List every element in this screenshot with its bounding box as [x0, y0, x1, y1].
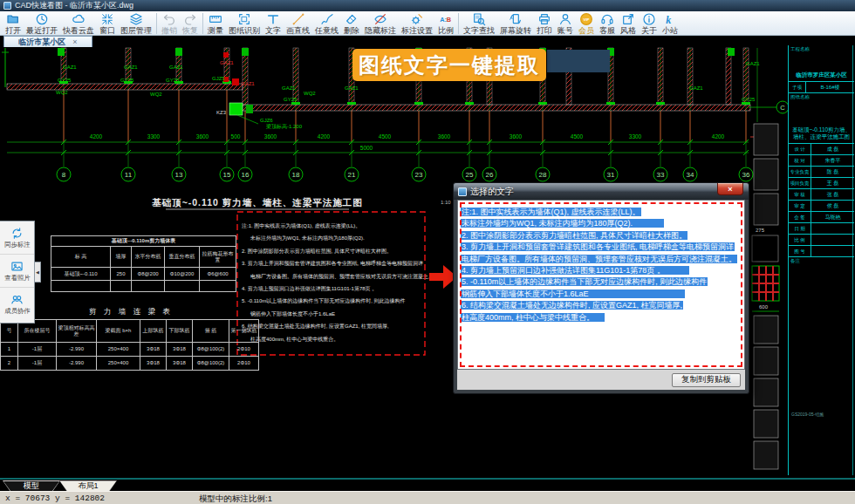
draw-line-icon [291, 12, 305, 26]
selected-text: 注:1. 图中实线表示为墙体(Q1), 虚线表示连梁(LL)。 [461, 208, 641, 216]
cad-text: 21 [348, 171, 356, 179]
dialog-text-line[interactable]: 3. 剪力墙上开洞和预留套管详建筑图和各专业图纸, 电梯呼梯盒等电梯预留洞详 [461, 242, 742, 253]
drawing-title-block: 工程名称临沂市罗庄区某小区子项B-16#楼图纸名称基础顶~-0.110剪力墙、墙… [788, 45, 854, 475]
toolbar-button-printer[interactable]: 打印 [534, 12, 555, 35]
sidebar-item-sync[interactable]: 同步标注 [0, 221, 34, 255]
dialog-text-line[interactable]: 4. 剪力墙上预留洞口边补强做法详图集11G101-1第78页 。 [461, 265, 742, 276]
title-block-value: 朱春平 [811, 155, 854, 166]
toolbar-button-window-arrange[interactable]: 窗口 [97, 12, 118, 35]
toolbar-button-hide-annotation[interactable]: 隐藏标注 [362, 12, 399, 35]
dialog-text-line[interactable]: 2. 图中涂阴影部分表示剪力墙暗柱范围, 具体尺寸详暗柱大样图。 [461, 230, 742, 242]
title-block-value: 临沂市罗庄区某小区 [796, 72, 847, 78]
table-cell: -2.990 [57, 357, 97, 371]
toolbar-button-scale-ratio[interactable]: A:B比例 [435, 12, 456, 35]
toolbar-button-account[interactable]: 账号 [555, 12, 576, 35]
dialog-text-line[interactable]: 电梯厂方设备图。所有墙体的预留洞、预埋套管应核对无误后方可浇注混凝土。 [461, 254, 742, 265]
toolbar-button-annotation-settings[interactable]: 标注设置 [399, 12, 435, 35]
copy-to-clipboard-button[interactable]: 复制到剪贴板 [672, 373, 741, 387]
toolbar-button-label: 小站 [662, 26, 678, 35]
selected-text: 5. -0.110m以上墙体的边缘构件当下部无对应边缘构件时, 则此边缘构件 [461, 277, 708, 286]
title-block-meta-row: 日 期 [789, 223, 854, 235]
cad-text: GAZ1 [169, 65, 183, 70]
toolbar-button-about-info[interactable]: 关于 [639, 12, 660, 35]
toolbar-button-recent-clock[interactable]: 最近打开 [24, 12, 60, 35]
dialog-text-line[interactable]: 6. 结构梁交混凝土墙处无边缘构件时, 应设置GAZ1, 柱宽同墙厚, [461, 300, 742, 311]
toolbar-button-text-search[interactable]: 文字查找 [461, 12, 497, 35]
sidebar-item-label: 成员协作 [4, 306, 30, 315]
table-cell: 250×400 [97, 357, 140, 371]
text-search-icon [472, 12, 486, 26]
toolbar-button-style-switch[interactable]: 风格 [618, 12, 639, 35]
selected-text: 钢筋伸入下部墙体长度不小于1.6LaE [461, 289, 685, 298]
cad-text: 2. 图中涂阴影部分表示剪力墙暗柱范围, 具体尺寸详暗柱大样图。 [242, 248, 392, 255]
cad-text: 25 [466, 171, 474, 179]
svg-text:A:: A: [440, 16, 447, 24]
toolbar-button-free-line[interactable]: 任意线 [312, 12, 341, 35]
dialog-text-area[interactable]: 注:1. 图中实线表示为墙体(Q1), 虚线表示连梁(LL)。未标注外墙均为WQ… [457, 200, 745, 370]
cad-text: GJZ6 [260, 118, 273, 123]
toolbar-button-screen-rotate[interactable]: 屏幕旋转 [497, 12, 534, 35]
toolbar-button-layers[interactable]: 图层管理 [118, 12, 154, 35]
document-tab[interactable]: 临沂市某小区 × [3, 36, 92, 47]
cad-text: GAZ1 [241, 81, 255, 86]
cad-text: 3600 [438, 133, 451, 140]
dialog-text-line[interactable]: 5. -0.110m以上墙体的边缘构件当下部无对应边缘构件时, 则此边缘构件 [461, 276, 742, 288]
dialog-text-line[interactable]: 注:1. 图中实线表示为墙体(Q1), 虚线表示连梁(LL)。 [461, 207, 742, 218]
toolbar-button-drawing-recognize[interactable]: 图纸识别 [226, 12, 263, 35]
table-cell: Φ8@100(2) [193, 343, 229, 357]
sync-icon [10, 227, 24, 240]
toolbar-button-vip-badge[interactable]: VIP会员 [576, 12, 597, 35]
archive-number: GS2019-05-结施 [791, 412, 824, 417]
window-arrange-icon [100, 12, 114, 26]
cad-text: 6. 结构梁交混凝土墙处无边缘构件时, 应设置GAZ1, 柱宽同墙厚, [242, 323, 389, 330]
toolbar-button-customer-service[interactable]: 客服 [597, 12, 618, 35]
title-bar: CAD快速看图 - 临沂市某小区.dwg [0, 0, 855, 11]
dialog-text-line[interactable]: 柱高度400mm, 柱中心与梁中线重合。 [461, 312, 742, 324]
sidebar-item-collab[interactable]: 成员协作 [0, 288, 34, 321]
dialog-text-line[interactable]: 未标注外墙均为WQ1, 未标注内墙均为180厚(Q2). [461, 218, 742, 229]
table-cell: 3Φ18 [140, 357, 167, 371]
title-block-value [811, 223, 854, 234]
dialog-text-line[interactable]: 钢筋伸入下部墙体长度不小于1.6LaE [461, 289, 742, 300]
dialog-title-bar[interactable]: 选择的文字 [454, 183, 749, 200]
title-block-value: 墙柱、连梁平法施工图 [793, 133, 850, 140]
vip-badge-icon: VIP [579, 12, 593, 26]
title-block-label: 校 对 [789, 155, 811, 166]
title-block-value: 侯 磊 [811, 201, 854, 211]
toolbar-button-open-folder[interactable]: 打开 [3, 12, 24, 35]
selected-text-dialog: 选择的文字 × 注:1. 图中实线表示为墙体(Q1), 虚线表示连梁(LL)。未… [453, 182, 749, 394]
sidebar-item-photo[interactable]: 查看照片 [0, 255, 34, 288]
toolbar-button-eraser[interactable]: 删除 [341, 12, 362, 35]
table-cell: 拉筋梅花形布置 [200, 247, 236, 268]
toolbar-button-cloud-drive[interactable]: 快看云盘 [60, 12, 97, 35]
title-block-meta-row: 比 例 [789, 235, 854, 246]
cad-text: GAZ1 [63, 65, 77, 70]
toolbar-button-k-site[interactable]: k小站 [660, 12, 681, 35]
table-cell: 基础顶~-0.110 [51, 268, 111, 281]
tab-close-icon[interactable]: × [72, 38, 77, 46]
table-cell: 墙厚 [111, 247, 132, 268]
cad-text: 26 [486, 171, 494, 179]
toolbar-button-undo: 撤销 [159, 12, 180, 35]
dialog-app-icon [458, 187, 467, 196]
toolbar-button-measure[interactable]: 测量 [205, 12, 226, 35]
cad-text: 4500 [379, 133, 392, 140]
customer-service-icon [600, 12, 614, 26]
sidebar-collapse-handle[interactable]: ◀ [35, 262, 41, 283]
toolbar: 打开最近打开快看云盘窗口图层管理撤销恢复测量图纸识别文字画直线任意线删除隐藏标注… [0, 11, 855, 36]
dialog-close-button[interactable]: × [717, 183, 743, 195]
wall-schedule-table: 基础顶~-0.110m剪力墙体表标 高墙厚水平分布筋垂直分布筋拉筋梅花形布置基础… [51, 235, 236, 292]
table-cell: 基础顶~-0.110m剪力墙体表 [51, 236, 236, 247]
toolbar-button-text-tool[interactable]: 文字 [263, 12, 284, 35]
window-title: CAD快速看图 - 临沂市某小区.dwg [15, 0, 133, 11]
toolbar-separator [458, 13, 459, 34]
toolbar-button-draw-line[interactable]: 画直线 [284, 12, 312, 35]
title-block-label: 日 期 [789, 223, 811, 234]
drawing-recognize-icon [237, 12, 251, 26]
open-folder-icon [6, 12, 20, 26]
cad-text: 3300 [147, 133, 161, 140]
table-cell: 2Φ10 [229, 343, 259, 357]
screen-rotate-icon [509, 12, 523, 26]
selected-text: 柱高度400mm, 柱中心与梁中线重合。 [461, 313, 605, 322]
cad-text: 4. 剪力墙上预留洞口边补强做法详图集11G101-1第78页 。 [242, 285, 377, 292]
